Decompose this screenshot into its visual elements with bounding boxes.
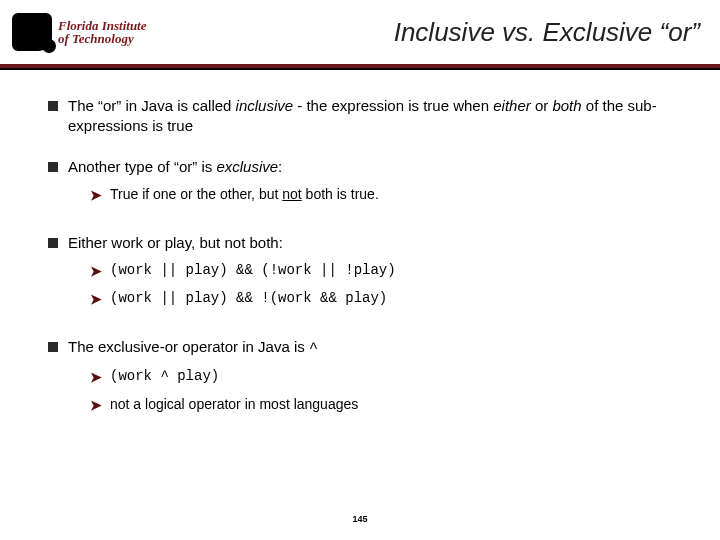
slide-header: Florida Institute of Technology Inclusiv… [0, 0, 720, 64]
square-bullet-icon [48, 342, 58, 352]
code: (work || play) && (!work || !play) [110, 261, 396, 280]
bullet-3: Either work or play, but not both: ➤(wor… [48, 233, 672, 317]
bullet-4-text: The exclusive-or operator in Java is ^ ➤… [68, 337, 672, 423]
sub-bullet: ➤(work ^ play) [90, 367, 672, 387]
chevron-icon: ➤ [90, 368, 102, 387]
chevron-icon: ➤ [90, 262, 102, 281]
t: The exclusive-or operator in Java is [68, 338, 309, 355]
logo-text: Florida Institute of Technology [58, 19, 147, 45]
logo-line-2: of Technology [58, 32, 147, 45]
t: not [282, 186, 301, 202]
t: Another type of “or” is [68, 158, 216, 175]
chevron-icon: ➤ [90, 396, 102, 415]
square-bullet-icon [48, 101, 58, 111]
t: Either work or play, but not both: [68, 234, 283, 251]
bullet-1-text: The “or” in Java is called inclusive - t… [68, 96, 672, 137]
bullet-1: The “or” in Java is called inclusive - t… [48, 96, 672, 137]
sub-bullet: ➤(work || play) && !(work && play) [90, 289, 672, 309]
code: ^ [309, 340, 318, 357]
logo: Florida Institute of Technology [12, 13, 147, 51]
square-bullet-icon [48, 162, 58, 172]
t: or [531, 97, 553, 114]
t: : [278, 158, 282, 175]
code: (work ^ play) [110, 367, 219, 386]
chevron-icon: ➤ [90, 186, 102, 205]
page-number: 145 [0, 514, 720, 524]
bullet-4: The exclusive-or operator in Java is ^ ➤… [48, 337, 672, 423]
slide-body: The “or” in Java is called inclusive - t… [0, 70, 720, 423]
t: both [552, 97, 581, 114]
code: (work || play) && !(work && play) [110, 289, 387, 308]
t: inclusive [236, 97, 294, 114]
slide: Florida Institute of Technology Inclusiv… [0, 0, 720, 540]
square-bullet-icon [48, 238, 58, 248]
bullet-2: Another type of “or” is exclusive: ➤True… [48, 157, 672, 213]
chevron-icon: ➤ [90, 290, 102, 309]
t: True if one or the other, but not both i… [110, 185, 379, 204]
sub-bullet: ➤True if one or the other, but not both … [90, 185, 672, 205]
t: not a logical operator in most languages [110, 395, 358, 414]
t: either [493, 97, 531, 114]
panther-icon [12, 13, 52, 51]
t: The “or” in Java is called [68, 97, 236, 114]
t: - the expression is true when [293, 97, 493, 114]
t: exclusive [216, 158, 278, 175]
t: True if one or the other, but [110, 186, 282, 202]
slide-title: Inclusive vs. Exclusive “or” [147, 17, 701, 48]
bullet-2-text: Another type of “or” is exclusive: ➤True… [68, 157, 672, 213]
t: both is true. [302, 186, 379, 202]
sub-bullet: ➤(work || play) && (!work || !play) [90, 261, 672, 281]
bullet-3-text: Either work or play, but not both: ➤(wor… [68, 233, 672, 317]
sub-bullet: ➤not a logical operator in most language… [90, 395, 672, 415]
